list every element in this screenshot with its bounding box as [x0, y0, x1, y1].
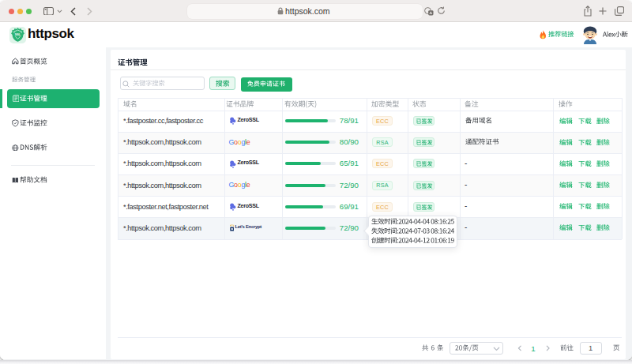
svg-text:SSL: SSL: [15, 33, 21, 36]
